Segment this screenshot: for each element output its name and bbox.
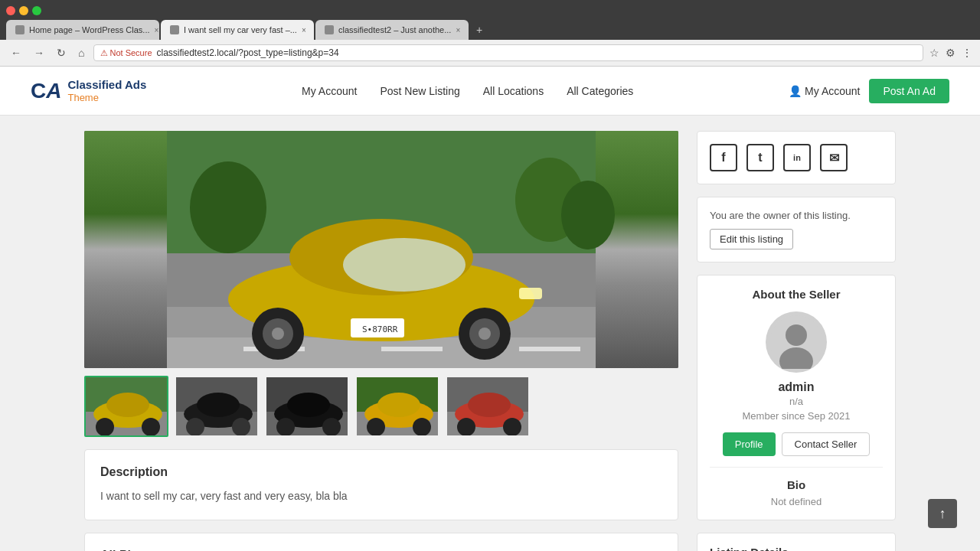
svg-point-26: [96, 418, 114, 436]
svg-point-43: [377, 393, 420, 417]
owner-notice-card: You are the owner of this listing. Edit …: [697, 197, 896, 262]
bio-text: Not defined: [710, 496, 883, 507]
svg-point-33: [232, 418, 250, 436]
avatar-silhouette: [769, 315, 823, 369]
main-car-image: S•870RR: [84, 131, 678, 368]
page-wrapper: CA Classified Ads Theme My Account Post …: [0, 67, 980, 551]
forward-button[interactable]: →: [31, 45, 47, 60]
new-tab-button[interactable]: +: [470, 20, 488, 40]
nav-all-locations[interactable]: All Locations: [483, 85, 544, 97]
seller-na: n/a: [710, 396, 883, 407]
nav-post-new-listing[interactable]: Post New Listing: [380, 85, 459, 97]
description-card: Description I want to sell my car, very …: [84, 449, 678, 520]
address-bar: ← → ↻ ⌂ ⚠ Not Secure classifiedtest2.loc…: [0, 40, 980, 67]
address-input[interactable]: ⚠ Not Secure classifiedtest2.local/?post…: [93, 44, 923, 61]
tab-favicon-2: [170, 25, 179, 34]
svg-point-21: [561, 181, 615, 249]
thumbnails-row: [84, 376, 678, 437]
tab-2-close[interactable]: ×: [302, 26, 306, 34]
tab-1[interactable]: Home page – WordPress Clas... ×: [6, 20, 159, 40]
back-button[interactable]: ←: [8, 45, 24, 60]
contact-seller-button[interactable]: Contact Seller: [782, 432, 871, 456]
tab-favicon-1: [15, 25, 24, 34]
thumbnail-5[interactable]: [446, 376, 530, 437]
seller-card: About the Seller admin n/a Member since …: [697, 275, 896, 520]
logo-ca-text: CA: [31, 79, 61, 103]
site-header: CA Classified Ads Theme My Account Post …: [0, 67, 980, 116]
refresh-button[interactable]: ↻: [54, 45, 69, 60]
svg-point-49: [468, 393, 511, 417]
svg-rect-5: [381, 347, 443, 351]
logo-subtitle: Theme: [67, 92, 146, 103]
tab-2-label: I want sell my car very fast –...: [184, 25, 297, 34]
svg-point-32: [186, 418, 204, 436]
facebook-icon[interactable]: f: [710, 144, 737, 171]
security-warning: ⚠ Not Secure: [100, 48, 152, 58]
extension-icon[interactable]: ⚙: [946, 47, 956, 59]
seller-avatar: [766, 311, 827, 373]
tab-3[interactable]: classifiedtest2 – Just anothe... ×: [315, 20, 469, 40]
main-image-container: S•870RR: [84, 131, 678, 368]
site-logo[interactable]: CA Classified Ads Theme: [31, 78, 146, 103]
minimize-dot[interactable]: [19, 6, 28, 15]
logo-title: Classified Ads: [67, 78, 146, 92]
thumbnail-4[interactable]: [355, 376, 439, 437]
tab-3-label: classifiedtest2 – Just anothe...: [338, 25, 451, 34]
linkedin-icon[interactable]: in: [783, 144, 811, 171]
tab-1-close[interactable]: ×: [155, 26, 159, 34]
svg-point-44: [367, 418, 385, 436]
tab-favicon-3: [325, 25, 334, 34]
site-nav: My Account Post New Listing All Location…: [302, 85, 633, 97]
svg-point-27: [142, 418, 160, 436]
bio-section: Bio Not defined: [710, 467, 883, 507]
listing-details-card: Listing Details: [697, 533, 896, 551]
svg-rect-6: [519, 347, 580, 351]
email-icon[interactable]: ✉: [820, 144, 848, 171]
description-title: Description: [100, 465, 662, 479]
tab-2[interactable]: I want sell my car very fast –... ×: [161, 20, 314, 40]
maximize-dot[interactable]: [32, 6, 41, 15]
bookmark-icon[interactable]: ☆: [929, 47, 939, 59]
back-to-top-button[interactable]: ↑: [928, 499, 957, 528]
thumbnail-2[interactable]: [175, 376, 259, 437]
thumbnail-1[interactable]: [84, 376, 168, 437]
svg-point-25: [106, 393, 149, 417]
seller-action-buttons: Profile Contact Seller: [710, 432, 883, 456]
svg-point-18: [479, 328, 491, 340]
my-account-button[interactable]: 👤 My Account: [789, 85, 860, 97]
social-share-card: f t in ✉: [697, 131, 896, 184]
svg-rect-3: [167, 337, 596, 368]
nav-my-account[interactable]: My Account: [302, 85, 357, 97]
menu-icon[interactable]: ⋮: [962, 47, 972, 59]
tab-3-close[interactable]: ×: [456, 26, 460, 34]
browser-dots: [6, 6, 41, 15]
nav-right: 👤 My Account Post An Ad: [789, 79, 949, 103]
seller-name: admin: [710, 380, 883, 394]
svg-point-39: [322, 418, 341, 436]
listing-details-title: Listing Details: [710, 546, 883, 551]
description-text: I want to sell my car, very fast and ver…: [100, 488, 662, 504]
svg-point-51: [503, 418, 521, 436]
thumbnail-3[interactable]: [265, 376, 349, 437]
post-an-ad-button[interactable]: Post An Ad: [869, 79, 949, 103]
all-photos-card: All Photos: [84, 533, 678, 551]
svg-text:S•870RR: S•870RR: [362, 324, 398, 334]
close-dot[interactable]: [6, 6, 15, 15]
svg-point-37: [287, 393, 330, 417]
svg-point-15: [272, 328, 284, 340]
car-svg: S•870RR: [84, 131, 678, 368]
svg-point-19: [190, 161, 266, 253]
svg-point-9: [343, 238, 466, 292]
home-button[interactable]: ⌂: [75, 45, 87, 60]
edit-listing-button[interactable]: Edit this listing: [710, 229, 793, 249]
tab-1-label: Home page – WordPress Clas...: [29, 25, 150, 34]
nav-all-categories[interactable]: All Categories: [567, 85, 633, 97]
svg-point-31: [197, 393, 240, 417]
bio-title: Bio: [710, 478, 883, 491]
seller-section-title: About the Seller: [710, 288, 883, 301]
profile-button[interactable]: Profile: [723, 432, 776, 456]
twitter-icon[interactable]: t: [746, 144, 774, 171]
svg-rect-10: [519, 288, 542, 299]
social-icons: f t in ✉: [710, 144, 883, 171]
sidebar: f t in ✉ You are the owner of this listi…: [697, 131, 896, 551]
